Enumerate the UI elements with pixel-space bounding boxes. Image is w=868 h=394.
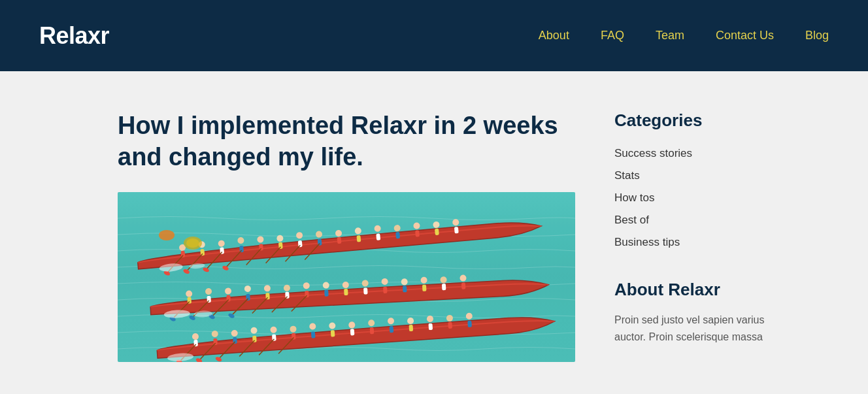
svg-rect-31: [454, 227, 459, 233]
svg-rect-116: [428, 323, 433, 330]
category-item-1[interactable]: Stats: [614, 165, 784, 187]
svg-rect-114: [390, 326, 394, 333]
svg-rect-73: [422, 285, 427, 291]
nav-about[interactable]: About: [539, 29, 569, 42]
site-logo[interactable]: Relaxr: [39, 22, 539, 50]
svg-rect-70: [363, 287, 368, 294]
svg-rect-68: [324, 289, 329, 296]
svg-point-131: [186, 238, 199, 248]
svg-rect-21: [259, 244, 263, 250]
svg-rect-69: [344, 289, 348, 295]
svg-rect-74: [442, 284, 446, 290]
svg-rect-29: [415, 230, 420, 237]
page-body: How I implemented Relaxr in 2 weeks and …: [0, 71, 868, 394]
category-item-2[interactable]: How tos: [614, 187, 784, 209]
categories-heading: Categories: [614, 110, 784, 131]
sidebar: Categories Success stories Stats How tos…: [614, 110, 784, 371]
svg-rect-28: [395, 232, 400, 238]
svg-rect-110: [311, 331, 316, 338]
svg-point-129: [159, 230, 175, 240]
svg-rect-17: [180, 251, 185, 257]
nav-contact-us[interactable]: Contact Us: [716, 29, 774, 42]
article-image-wrapper: [118, 192, 575, 362]
svg-rect-22: [278, 242, 283, 249]
nav-team[interactable]: Team: [656, 29, 684, 42]
main-content: How I implemented Relaxr in 2 weeks and …: [118, 110, 575, 371]
svg-rect-111: [331, 330, 335, 337]
svg-rect-27: [376, 233, 380, 240]
category-item-3[interactable]: Best of: [614, 209, 784, 231]
categories-list: Success stories Stats How tos Best of Bu…: [614, 142, 784, 254]
nav-faq[interactable]: FAQ: [601, 29, 624, 42]
svg-rect-30: [435, 229, 439, 235]
categories-section: Categories Success stories Stats How tos…: [614, 110, 784, 254]
site-header: Relaxr About FAQ Team Contact Us Blog: [0, 0, 868, 71]
svg-rect-118: [467, 321, 472, 327]
category-item-4[interactable]: Business tips: [614, 231, 784, 254]
svg-rect-112: [350, 329, 355, 335]
nav-blog[interactable]: Blog: [805, 29, 829, 42]
svg-rect-19: [220, 247, 224, 254]
article-title: How I implemented Relaxr in 2 weeks and …: [118, 110, 575, 172]
svg-rect-25: [337, 237, 342, 244]
svg-rect-26: [356, 235, 361, 242]
article-image: [118, 192, 575, 362]
about-heading: About Relaxr: [614, 280, 784, 300]
svg-rect-18: [200, 249, 205, 255]
svg-rect-71: [383, 287, 388, 293]
main-nav: About FAQ Team Contact Us Blog: [539, 29, 829, 42]
svg-rect-72: [403, 286, 407, 292]
svg-rect-24: [318, 238, 322, 245]
svg-rect-23: [298, 240, 303, 247]
about-section: About Relaxr Proin sed justo vel sapien …: [614, 280, 784, 345]
svg-rect-115: [409, 325, 414, 331]
about-text: Proin sed justo vel sapien varius auctor…: [614, 312, 784, 345]
svg-rect-113: [370, 327, 375, 334]
svg-rect-117: [448, 322, 452, 329]
svg-rect-20: [239, 246, 244, 252]
svg-rect-75: [461, 282, 466, 289]
category-item-0[interactable]: Success stories: [614, 142, 784, 165]
